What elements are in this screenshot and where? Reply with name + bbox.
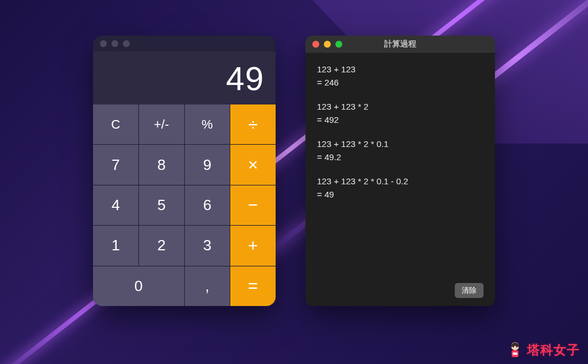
tape-titlebar[interactable]: 計算過程	[305, 36, 495, 53]
tape-expression: 123 + 123 * 2 * 0.1	[317, 138, 483, 151]
clear-key[interactable]: C	[93, 104, 138, 144]
decimal-key[interactable]: ,	[185, 266, 230, 306]
svg-point-2	[513, 346, 514, 347]
tape-entry: 123 + 123 * 2 * 0.1 - 0.2 = 49	[317, 175, 483, 201]
digit-8-key[interactable]: 8	[139, 145, 184, 184]
traffic-light-close[interactable]	[312, 41, 319, 48]
tape-expression: 123 + 123	[317, 63, 483, 76]
tape-entry: 123 + 123 * 2 = 492	[317, 100, 483, 126]
digit-3-key[interactable]: 3	[185, 226, 230, 265]
tape-result: = 246	[317, 76, 483, 90]
traffic-light-minimize[interactable]	[111, 40, 118, 47]
traffic-light-minimize[interactable]	[324, 41, 331, 48]
tape-expression: 123 + 123 * 2 * 0.1 - 0.2	[317, 175, 483, 188]
digit-2-key[interactable]: 2	[139, 226, 184, 265]
watermark-text: 塔科女子	[527, 342, 580, 359]
watermark: 塔科女子	[506, 341, 580, 359]
tape-entries: 123 + 123 = 246 123 + 123 * 2 = 492 123 …	[317, 63, 483, 281]
digit-4-key[interactable]: 4	[93, 185, 138, 225]
plus-key[interactable]: +	[230, 226, 276, 265]
svg-point-3	[516, 346, 517, 347]
traffic-light-zoom[interactable]	[123, 40, 130, 47]
digit-7-key[interactable]: 7	[93, 145, 138, 184]
digit-0-key[interactable]: 0	[93, 266, 184, 306]
paper-tape-window: 計算過程 123 + 123 = 246 123 + 123 * 2 = 492…	[305, 36, 495, 306]
percent-key[interactable]: %	[185, 104, 230, 144]
tape-result: = 492	[317, 114, 483, 127]
minus-key[interactable]: −	[230, 185, 276, 225]
svg-rect-4	[513, 353, 517, 355]
tape-result: = 49	[317, 188, 483, 202]
sign-key[interactable]: +/-	[139, 104, 184, 144]
tape-entry: 123 + 123 * 2 * 0.1 = 49.2	[317, 138, 483, 164]
tape-entry: 123 + 123 = 246	[317, 63, 483, 89]
display-value: 49	[226, 59, 264, 98]
multiply-key[interactable]: ×	[230, 145, 276, 184]
calculator-titlebar[interactable]	[93, 36, 276, 52]
clear-button[interactable]: 清除	[455, 283, 483, 298]
tape-footer: 清除	[317, 281, 483, 299]
digit-6-key[interactable]: 6	[185, 185, 230, 225]
equals-key[interactable]: =	[230, 266, 276, 306]
calculator-display: 49	[93, 52, 276, 104]
calculator-keypad: C +/- % ÷ 7 8 9 × 4 5 6 − 1 2 3 + 0 , =	[93, 104, 276, 306]
digit-1-key[interactable]: 1	[93, 226, 138, 265]
mascot-icon	[506, 341, 524, 359]
tape-expression: 123 + 123 * 2	[317, 100, 483, 114]
divide-key[interactable]: ÷	[230, 104, 276, 144]
traffic-light-zoom[interactable]	[335, 41, 342, 48]
traffic-light-close[interactable]	[100, 40, 107, 47]
tape-body: 123 + 123 = 246 123 + 123 * 2 = 492 123 …	[305, 53, 495, 306]
digit-9-key[interactable]: 9	[185, 145, 230, 184]
digit-5-key[interactable]: 5	[139, 185, 184, 225]
tape-result: = 49.2	[317, 151, 483, 164]
calculator-window: 49 C +/- % ÷ 7 8 9 × 4 5 6 − 1 2 3 + 0 ,…	[93, 36, 276, 306]
